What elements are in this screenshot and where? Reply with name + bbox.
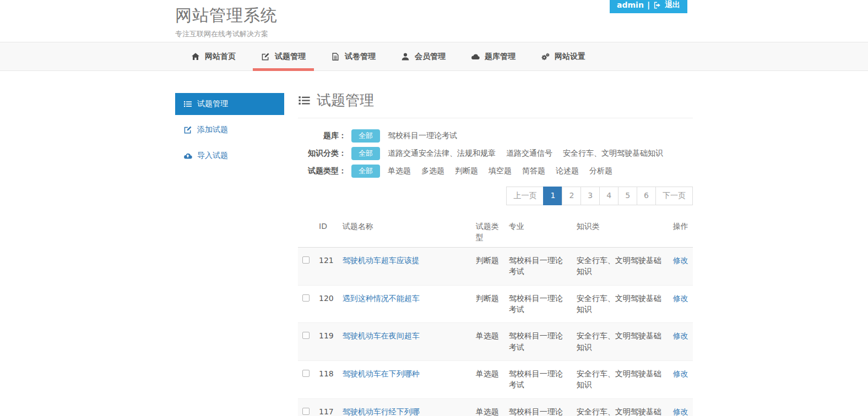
row-id: 119	[314, 323, 338, 361]
filter-option[interactable]: 安全行车、文明驾驶基础知识	[563, 149, 663, 158]
pagination: 上一页 1 2 3 4 5 6 下一页	[298, 187, 693, 205]
select-column-header	[298, 216, 314, 248]
table-row: 117 驾驶机动车行经下列哪 单选题 驾校科目一理论考试 安全行车、文明驾驶基础…	[298, 398, 693, 416]
nav-item-label: 网站首页	[205, 52, 236, 62]
row-checkbox[interactable]	[302, 370, 310, 377]
sidebar-item-question-management[interactable]: 试题管理	[175, 93, 284, 115]
filter-row-bank: 题库： 全部 驾校科目一理论考试	[298, 129, 693, 143]
column-header-action: 操作	[669, 216, 693, 248]
nav-item-label: 题库管理	[485, 52, 516, 62]
filter-label: 知识分类：	[298, 149, 346, 158]
filter-option[interactable]: 判断题	[455, 166, 478, 176]
edit-link[interactable]: 修改	[673, 369, 688, 378]
top-nav: 网站首页 试题管理 试卷管理 会员管理 题库管理 网站设置	[0, 42, 868, 71]
edit-icon	[261, 52, 270, 61]
row-checkbox[interactable]	[302, 256, 310, 264]
edit-link[interactable]: 修改	[673, 407, 688, 416]
question-name-link[interactable]: 驾驶机动车行经下列哪	[343, 407, 420, 416]
pagination-prev[interactable]: 上一页	[506, 187, 544, 205]
pagination-page-4[interactable]: 4	[599, 187, 619, 205]
row-id: 118	[314, 360, 338, 398]
row-checkbox[interactable]	[302, 408, 310, 415]
question-name-link[interactable]: 驾驶机动车在夜间超车	[343, 331, 420, 340]
filter-all-badge[interactable]: 全部	[351, 165, 380, 178]
column-header-name: 试题名称	[338, 216, 471, 248]
pagination-next[interactable]: 下一页	[655, 187, 693, 205]
pagination-page-3[interactable]: 3	[581, 187, 600, 205]
row-major: 驾校科目一理论考试	[504, 360, 572, 398]
main-panel: 试题管理 题库： 全部 驾校科目一理论考试 知识分类： 全部 道路交通安全法律、…	[298, 93, 693, 416]
separator: |	[647, 1, 650, 9]
nav-item-bank-management[interactable]: 题库管理	[462, 42, 525, 70]
list-icon	[298, 94, 311, 107]
page-title: 试题管理	[298, 91, 693, 110]
edit-link[interactable]: 修改	[673, 256, 688, 265]
row-id: 120	[314, 285, 338, 323]
filter-row-knowledge: 知识分类： 全部 道路交通安全法律、法规和规章 道路交通信号 安全行车、文明驾驶…	[298, 147, 693, 160]
gears-icon	[541, 52, 550, 61]
nav-item-paper-management[interactable]: 试卷管理	[322, 42, 385, 70]
row-knowledge: 安全行车、文明驾驶基础知识	[572, 323, 669, 361]
pagination-page-6[interactable]: 6	[637, 187, 656, 205]
row-major: 驾校科目一理论考试	[504, 398, 572, 416]
filter-option[interactable]: 分析题	[589, 166, 612, 176]
row-checkbox[interactable]	[302, 332, 310, 339]
row-id: 117	[314, 398, 338, 416]
nav-item-label: 会员管理	[415, 52, 446, 62]
table-row: 120 遇到这种情况不能超车 判断题 驾校科目一理论考试 安全行车、文明驾驶基础…	[298, 285, 693, 323]
edit-link[interactable]: 修改	[673, 294, 688, 303]
filter-all-badge[interactable]: 全部	[351, 129, 380, 143]
column-header-id: ID	[314, 216, 338, 248]
sidebar-item-label: 添加试题	[197, 125, 228, 135]
nav-item-label: 网站设置	[555, 52, 585, 62]
nav-item-site-settings[interactable]: 网站设置	[531, 42, 595, 70]
filter-option[interactable]: 单选题	[388, 166, 411, 176]
filter-option[interactable]: 论述题	[556, 166, 579, 176]
row-major: 驾校科目一理论考试	[504, 323, 572, 361]
pagination-page-2[interactable]: 2	[562, 187, 581, 205]
pagination-page-1[interactable]: 1	[543, 187, 562, 205]
row-major: 驾校科目一理论考试	[504, 248, 572, 286]
filter-option[interactable]: 驾校科目一理论考试	[388, 131, 457, 141]
filter-label: 试题类型：	[298, 166, 346, 176]
cloud-icon	[471, 52, 480, 61]
nav-item-member-management[interactable]: 会员管理	[392, 42, 455, 70]
row-knowledge: 安全行车、文明驾驶基础知识	[572, 248, 669, 286]
sign-out-icon	[653, 1, 661, 9]
question-table: ID 试题名称 试题类型 专业 知识类 操作 121 驾驶机动车超车应该提 判断…	[298, 216, 693, 416]
filter-label: 题库：	[298, 131, 346, 141]
column-header-knowledge: 知识类	[572, 216, 669, 248]
question-name-link[interactable]: 遇到这种情况不能超车	[343, 294, 420, 303]
question-name-link[interactable]: 驾驶机动车超车应该提	[343, 256, 420, 265]
sidebar-item-label: 试题管理	[197, 99, 228, 109]
edit-link[interactable]: 修改	[673, 331, 688, 340]
username: admin	[617, 1, 644, 9]
filter-option[interactable]: 多选题	[421, 166, 444, 176]
filter-option[interactable]: 道路交通信号	[506, 149, 552, 158]
file-icon	[331, 52, 340, 61]
heading-divider	[298, 118, 693, 118]
user-icon	[401, 52, 410, 61]
nav-item-label: 试卷管理	[345, 52, 376, 62]
nav-item-question-management[interactable]: 试题管理	[252, 42, 315, 70]
list-icon	[183, 100, 192, 108]
row-knowledge: 安全行车、文明驾驶基础知识	[572, 285, 669, 323]
sidebar-item-add-question[interactable]: 添加试题	[175, 119, 284, 141]
row-checkbox[interactable]	[302, 294, 310, 302]
row-id: 121	[314, 248, 338, 286]
row-knowledge: 安全行车、文明驾驶基础知识	[572, 360, 669, 398]
site-subtitle: 专注互联网在线考试解决方案	[175, 29, 693, 39]
filter-option[interactable]: 道路交通安全法律、法规和规章	[388, 149, 496, 158]
logout-label: 退出	[665, 0, 680, 10]
sidebar-item-import-question[interactable]: 导入试题	[175, 145, 284, 167]
pagination-page-5[interactable]: 5	[618, 187, 637, 205]
filter-option[interactable]: 填空题	[489, 166, 512, 176]
nav-item-home[interactable]: 网站首页	[182, 42, 245, 70]
filter-all-badge[interactable]: 全部	[351, 147, 380, 160]
logout-button[interactable]: admin | 退出	[610, 0, 687, 13]
filter-option[interactable]: 简答题	[522, 166, 545, 176]
sidebar: 试题管理 添加试题 导入试题	[175, 93, 284, 171]
row-type: 单选题	[471, 323, 504, 361]
table-header-row: ID 试题名称 试题类型 专业 知识类 操作	[298, 216, 693, 248]
question-name-link[interactable]: 驾驶机动车在下列哪种	[343, 369, 420, 378]
